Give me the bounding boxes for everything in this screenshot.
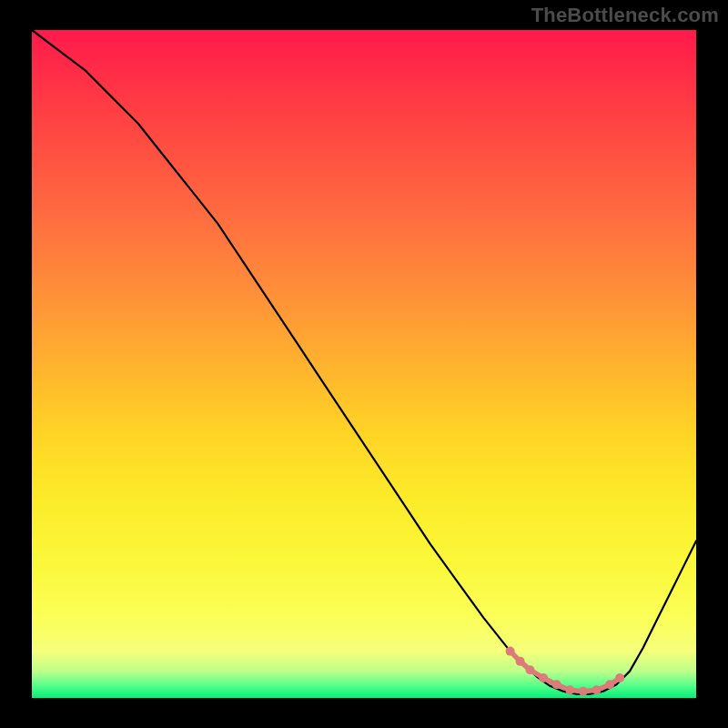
highlight-dot <box>592 685 602 694</box>
highlight-dot <box>615 673 624 682</box>
highlight-dots <box>506 647 624 696</box>
highlight-dot <box>565 685 574 694</box>
highlight-dot <box>506 647 515 656</box>
curve-svg <box>32 30 696 698</box>
chart-frame: TheBottleneck.com <box>0 0 728 728</box>
highlight-dot <box>552 680 561 689</box>
watermark-text: TheBottleneck.com <box>531 4 719 27</box>
highlight-dot <box>516 657 525 666</box>
bottleneck-curve <box>32 30 696 694</box>
highlight-dot <box>579 687 588 696</box>
highlight-dot <box>526 665 535 674</box>
highlight-dot <box>605 680 614 689</box>
plot-area <box>32 30 696 698</box>
highlight-dot <box>539 673 548 682</box>
